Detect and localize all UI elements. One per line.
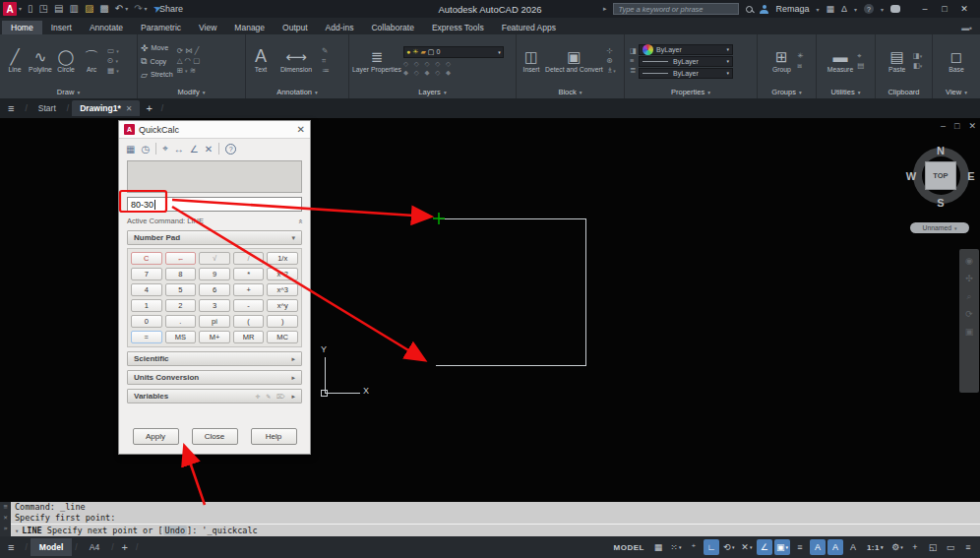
- file-tab-close-icon[interactable]: ✕: [126, 104, 133, 113]
- insert-block-button[interactable]: ◫ Insert: [520, 48, 543, 74]
- restore-button[interactable]: □: [935, 4, 954, 14]
- command-options-icon[interactable]: ▾: [15, 527, 19, 535]
- layer-select[interactable]: ● ☀ ▰ ▢ 0 ▾: [403, 46, 504, 58]
- command-line-strip[interactable]: ≡✕»: [0, 502, 11, 536]
- match-properties-button[interactable]: ◨ ≡ ≣: [630, 47, 637, 75]
- pan-icon[interactable]: ✣: [965, 275, 973, 283]
- section-expand-icon[interactable]: ▸: [291, 374, 295, 382]
- clear-calculator-icon[interactable]: ▦: [126, 144, 135, 155]
- text-button[interactable]: A Text: [249, 48, 273, 74]
- application-menu-logo[interactable]: A: [3, 2, 17, 16]
- viewcube-south[interactable]: S: [937, 197, 944, 209]
- calc-key[interactable]: M+: [199, 331, 230, 343]
- ribbon-tab-annotate[interactable]: Annotate: [81, 21, 132, 34]
- quickcalc-close-icon[interactable]: ✕: [297, 124, 305, 135]
- calc-key[interactable]: 8: [165, 268, 197, 280]
- ribbon-options-icon[interactable]: ▬▪: [961, 24, 972, 34]
- collapse-history-icon[interactable]: «: [296, 218, 305, 221]
- layout-menu-icon[interactable]: ≡: [8, 541, 14, 553]
- calc-key[interactable]: x^3: [267, 283, 298, 296]
- stretch-button[interactable]: ▱ Stretch: [141, 70, 173, 80]
- calc-key[interactable]: 3: [199, 299, 230, 312]
- user-name[interactable]: Remaga: [775, 4, 809, 14]
- save-icon[interactable]: ▤: [54, 2, 63, 16]
- autodesk-dropdown-icon[interactable]: ▾: [854, 6, 857, 13]
- full-navigation-wheel-icon[interactable]: ◉: [965, 257, 973, 266]
- ribbon-tab-view[interactable]: View: [190, 21, 225, 34]
- viewcube-top-face[interactable]: TOP: [925, 161, 956, 190]
- ribbon-tab-insert[interactable]: Insert: [42, 21, 81, 34]
- polyline-button[interactable]: ∿ Polyline: [29, 48, 52, 74]
- annotation-extra-tools[interactable]: ✎⌗≔: [322, 47, 330, 75]
- batch-plot-icon[interactable]: ▨: [85, 2, 93, 16]
- panel-utilities-label[interactable]: Utilities▾: [817, 86, 875, 98]
- layout-tab-a4[interactable]: A4: [81, 538, 108, 556]
- model-space-label[interactable]: MODEL: [610, 539, 648, 555]
- ribbon-tab-add-ins[interactable]: Add-ins: [317, 21, 363, 34]
- clipboard-extra-tools[interactable]: ◨▾ ◧▾: [913, 52, 923, 70]
- object-snap-tracking-icon[interactable]: ∠: [757, 539, 772, 555]
- dropdown-arrow-icon[interactable]: ▾: [900, 544, 903, 550]
- calc-key[interactable]: =: [131, 331, 162, 343]
- detect-convert-button[interactable]: ▣ Detect and Convert: [545, 48, 603, 74]
- panel-layers-label[interactable]: Layers▾: [349, 86, 516, 98]
- search-input[interactable]: [613, 3, 739, 15]
- calc-key[interactable]: ←: [165, 252, 197, 265]
- quickcalc-history-area[interactable]: [127, 160, 302, 193]
- file-tab-drawing1[interactable]: Drawing1*✕: [72, 100, 140, 116]
- command-prompt-line[interactable]: ▾LINE Specify next point or [Undo]: '_qu…: [11, 524, 980, 536]
- arc-button[interactable]: ⌒ Arc: [80, 48, 103, 74]
- drawing-canvas[interactable]: Y X N S W E TOP Unnamed▾ – □ ✕ ◉✣⌕⟳▣ A Q…: [0, 118, 980, 502]
- isoplane-icon[interactable]: ✕▾: [739, 539, 755, 555]
- panel-view-label[interactable]: View▾: [933, 86, 980, 98]
- panel-draw-label[interactable]: Draw▾: [0, 86, 137, 98]
- ribbon-tab-output[interactable]: Output: [274, 21, 317, 34]
- draw-extra-tools[interactable]: ▭ ▾ ⊙ ▾ ▦ ▾: [107, 47, 119, 75]
- calc-key[interactable]: (: [233, 315, 265, 328]
- calc-key[interactable]: x^2: [267, 268, 298, 280]
- ribbon-tab-home[interactable]: Home: [2, 21, 42, 34]
- distance-between-points-icon[interactable]: ↔: [174, 144, 184, 155]
- calc-key[interactable]: MS: [165, 331, 197, 343]
- calc-key[interactable]: 0: [131, 315, 162, 328]
- search-icon[interactable]: [746, 6, 753, 13]
- annotation-visibility-icon[interactable]: A: [810, 539, 826, 555]
- ribbon-tab-featured-apps[interactable]: Featured Apps: [493, 21, 565, 34]
- ribbon-tab-manage[interactable]: Manage: [225, 21, 274, 34]
- copy-button[interactable]: ⧉ Copy: [141, 56, 173, 67]
- dropdown-arrow-icon[interactable]: ▾: [679, 544, 682, 550]
- layout-tab-model[interactable]: Model: [31, 538, 73, 556]
- section-expand-icon[interactable]: ▸: [291, 393, 295, 401]
- viewcube-north[interactable]: N: [937, 145, 945, 156]
- group-button[interactable]: ⊞ Group: [769, 48, 793, 74]
- calc-key[interactable]: .: [165, 315, 197, 328]
- calc-key[interactable]: +: [233, 283, 265, 296]
- calc-key[interactable]: *: [233, 268, 265, 280]
- close-button[interactable]: ✕: [954, 4, 974, 14]
- drawing-restore-button[interactable]: □: [954, 121, 959, 131]
- showmotion-icon[interactable]: ▣: [965, 328, 974, 337]
- panel-groups-label[interactable]: Groups▾: [758, 86, 816, 98]
- autodesk-logo-icon[interactable]: Δ: [841, 4, 847, 14]
- dropdown-arrow-icon[interactable]: ▾: [750, 544, 753, 550]
- annotation-autoscale-icon[interactable]: A: [827, 539, 843, 555]
- add-cleanup-icon[interactable]: +: [907, 539, 923, 555]
- help-dropdown-icon[interactable]: ▾: [881, 6, 884, 13]
- command-strip-icon[interactable]: ≡: [3, 503, 7, 512]
- grid-display-icon[interactable]: ▦: [650, 539, 666, 555]
- object-snap-icon[interactable]: ▣▾: [774, 539, 790, 555]
- angle-of-line-icon[interactable]: ∠: [190, 144, 199, 155]
- drawing-minimize-button[interactable]: –: [941, 121, 946, 131]
- annotation-scale-value[interactable]: 1:1▾: [863, 539, 888, 555]
- new-drawing-tab-button[interactable]: +: [146, 102, 152, 114]
- calc-key[interactable]: √: [199, 252, 230, 265]
- calc-key[interactable]: 1/x: [267, 252, 298, 265]
- search-expand-icon[interactable]: ▸: [603, 5, 607, 13]
- lineweight-select[interactable]: ByLayer ▾: [639, 68, 733, 79]
- calc-key[interactable]: -: [233, 299, 265, 312]
- intersection-of-lines-icon[interactable]: ✕: [205, 144, 213, 155]
- undo-dropdown-icon[interactable]: ▾: [125, 2, 128, 16]
- calc-key[interactable]: x^y: [267, 299, 298, 312]
- dimension-button[interactable]: ⟷ Dimension: [275, 48, 318, 74]
- measure-button[interactable]: ▬ Measure: [827, 48, 853, 74]
